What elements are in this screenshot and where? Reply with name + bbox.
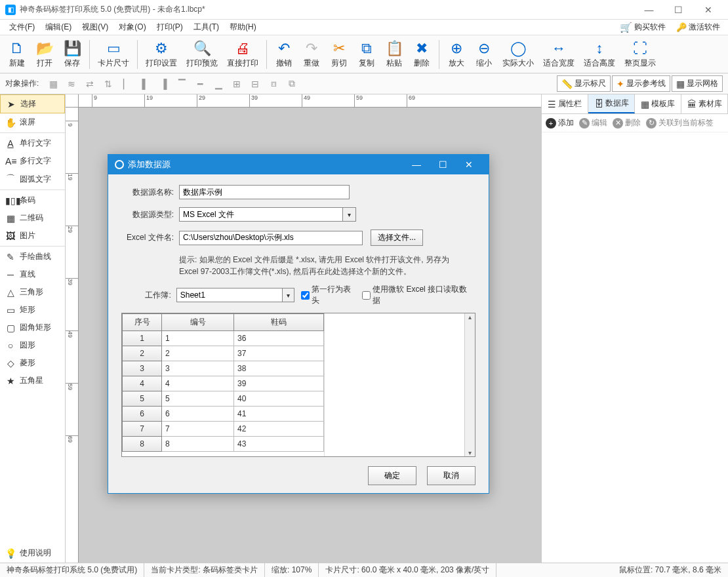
tool-line[interactable]: ─直线 (0, 266, 65, 283)
paste-button[interactable]: 📋粘贴 (381, 38, 407, 70)
align-top-icon[interactable]: ▔ (174, 76, 190, 92)
cell-size[interactable]: 42 (234, 422, 324, 437)
redo-button[interactable]: ↷重做 (298, 38, 325, 70)
align-middle-icon[interactable]: ━ (192, 76, 208, 92)
tool-star[interactable]: ★五角星 (0, 372, 65, 389)
cell-code[interactable]: 8 (162, 437, 234, 452)
close-button[interactable]: ✕ (693, 0, 723, 20)
tool-diamond[interactable]: ◇菱形 (0, 354, 65, 372)
preview-table[interactable]: 序号编号鞋码 11362237333844395540664177428843 (122, 313, 324, 452)
datasource-name-input[interactable] (179, 185, 350, 199)
scrollbar[interactable] (464, 313, 475, 456)
undo-button[interactable]: ↶撤销 (271, 38, 297, 70)
distribute-v-icon[interactable]: ⊟ (247, 76, 263, 92)
tool-text-multi[interactable]: A≡多行文字 (0, 152, 65, 170)
print-preview-button[interactable]: 🔍打印预览 (182, 38, 222, 70)
delete-datasource-button[interactable]: ✕删除 (613, 117, 641, 129)
tool-circle[interactable]: ○圆形 (0, 336, 65, 354)
tool-text-arc[interactable]: ⌒圆弧文字 (0, 170, 65, 188)
cell-size[interactable]: 37 (234, 346, 324, 361)
flip-h-icon[interactable]: ⇄ (82, 76, 98, 92)
tool-barcode[interactable]: ▮▯▮条码 (0, 191, 65, 209)
tab-properties[interactable]: ☰属性栏 (542, 94, 588, 113)
cell-size[interactable]: 36 (234, 331, 324, 346)
show-grid-button[interactable]: ▦显示网格 (672, 75, 723, 92)
align-right-icon[interactable]: ▐ (155, 76, 171, 92)
table-row[interactable]: 7742 (123, 422, 324, 437)
tool-select[interactable]: ➤选择 (0, 94, 65, 113)
tab-materials[interactable]: 🏛素材库 (681, 94, 728, 113)
group-icon[interactable]: ⧈ (266, 76, 281, 92)
chevron-down-icon[interactable]: ▾ (343, 207, 356, 222)
tool-freehand[interactable]: ✎手绘曲线 (0, 248, 65, 266)
cut-button[interactable]: ✂剪切 (326, 38, 352, 70)
cell-size[interactable]: 39 (234, 376, 324, 391)
flip-v-icon[interactable]: ⇅ (100, 76, 116, 92)
datasource-type-combo[interactable] (179, 207, 343, 222)
chevron-down-icon[interactable]: ▾ (283, 288, 294, 302)
tab-templates[interactable]: ▦模板库 (635, 94, 681, 113)
tool-roundrect[interactable]: ▢圆角矩形 (0, 319, 65, 336)
zoom-out-button[interactable]: ⊖缩小 (471, 38, 497, 70)
cell-code[interactable]: 3 (162, 361, 234, 376)
dialog-minimize-button[interactable]: — (403, 155, 430, 174)
print-settings-button[interactable]: ⚙打印设置 (142, 38, 181, 70)
menu-help[interactable]: 帮助(H) (224, 20, 262, 35)
fit-height-button[interactable]: ↕适合高度 (580, 38, 619, 70)
dialog-titlebar[interactable]: 添加数据源 — ☐ ✕ (108, 155, 489, 174)
browse-file-button[interactable]: 选择文件... (371, 229, 423, 246)
card-size-button[interactable]: ▭卡片尺寸 (94, 38, 133, 70)
cell-code[interactable]: 2 (162, 346, 234, 361)
align-bottom-icon[interactable]: ▁ (211, 76, 226, 92)
new-button[interactable]: 🗋新建 (4, 38, 30, 70)
tool-text-single[interactable]: A单行文字 (0, 134, 65, 152)
excel-file-input[interactable] (179, 231, 363, 245)
stack-icon[interactable]: ≋ (64, 76, 79, 92)
tool-triangle[interactable]: △三角形 (0, 283, 65, 301)
maximize-button[interactable]: ☐ (664, 0, 693, 20)
copy-button[interactable]: ⧉复制 (354, 38, 380, 70)
cell-code[interactable]: 6 (162, 407, 234, 422)
delete-button[interactable]: ✖删除 (409, 38, 435, 70)
distribute-h-icon[interactable]: ⊞ (229, 76, 245, 92)
layer-icon[interactable]: ▦ (45, 76, 61, 92)
align-center-icon[interactable]: ▌ (137, 76, 153, 92)
cell-size[interactable]: 40 (234, 391, 324, 407)
menu-view[interactable]: 视图(V) (77, 20, 113, 35)
tool-rect[interactable]: ▭矩形 (0, 301, 65, 319)
buy-software-link[interactable]: 🛒购买软件 (616, 20, 670, 35)
cell-size[interactable]: 43 (234, 437, 324, 452)
menu-edit[interactable]: 编辑(E) (40, 20, 77, 35)
table-row[interactable]: 4439 (123, 376, 324, 391)
zoom-actual-button[interactable]: ◯实际大小 (498, 38, 538, 70)
help-button[interactable]: 💡使用说明 (0, 544, 65, 563)
table-row[interactable]: 2237 (123, 346, 324, 361)
cell-code[interactable]: 4 (162, 376, 234, 391)
ruler-horizontal[interactable]: 9192939495969 (79, 94, 541, 108)
dialog-close-button[interactable]: ✕ (456, 155, 482, 174)
tool-qrcode[interactable]: ▦二维码 (0, 209, 65, 227)
table-row[interactable]: 5540 (123, 391, 324, 407)
ruler-vertical[interactable]: 9192939495969 (66, 108, 79, 563)
menu-file[interactable]: 文件(F) (4, 20, 40, 35)
cell-size[interactable]: 41 (234, 407, 324, 422)
align-left-icon[interactable]: ▏ (119, 76, 134, 92)
table-header[interactable]: 编号 (162, 314, 234, 331)
ungroup-icon[interactable]: ⧉ (284, 76, 300, 92)
table-row[interactable]: 6641 (123, 407, 324, 422)
ok-button[interactable]: 确定 (368, 466, 416, 485)
table-header[interactable]: 序号 (123, 314, 162, 331)
tool-image[interactable]: 🖼图片 (0, 227, 65, 245)
cell-code[interactable]: 7 (162, 422, 234, 437)
table-row[interactable]: 8843 (123, 437, 324, 452)
menu-tools[interactable]: 工具(T) (188, 20, 224, 35)
menu-print[interactable]: 打印(P) (152, 20, 188, 35)
cell-code[interactable]: 1 (162, 331, 234, 346)
save-button[interactable]: 💾保存 (59, 38, 85, 70)
activate-software-link[interactable]: 🔑激活软件 (672, 20, 724, 34)
cell-size[interactable]: 38 (234, 361, 324, 376)
dialog-maximize-button[interactable]: ☐ (430, 155, 456, 174)
use-ms-excel-api-checkbox[interactable]: 使用微软 Excel 接口读取数据 (362, 284, 469, 306)
table-row[interactable]: 1136 (123, 331, 324, 346)
show-all-button[interactable]: ⛶整页显示 (620, 38, 660, 70)
